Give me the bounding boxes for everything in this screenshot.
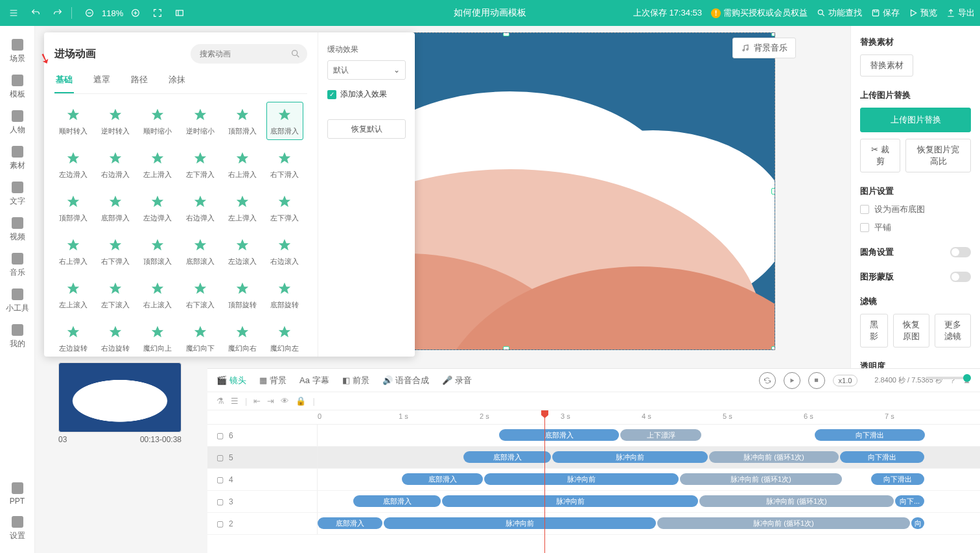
tile-checkbox[interactable]: 平铺 xyxy=(860,222,971,233)
anim-左上滑入[interactable]: 左上滑入 xyxy=(139,145,176,183)
clip[interactable]: 脉冲向前 xyxy=(552,451,708,463)
timeline-tab-背景[interactable]: ▦背景 xyxy=(259,375,286,386)
timeline-tab-镜头[interactable]: 🎬镜头 xyxy=(216,375,246,386)
export-button[interactable]: 导出 xyxy=(946,7,975,19)
clip[interactable]: 底部滑入 xyxy=(353,495,441,507)
anim-左边滚入[interactable]: 左边滚入 xyxy=(224,232,261,270)
playhead[interactable] xyxy=(544,410,545,553)
replace-asset-button[interactable]: 替换素材 xyxy=(860,54,913,76)
upload-image-button[interactable]: 上传图片替换 xyxy=(860,108,971,132)
anim-顺时转入[interactable]: 顺时转入 xyxy=(54,102,91,140)
leftrail-人物[interactable]: 人物 xyxy=(0,105,35,141)
bw-filter-button[interactable]: 黑影 xyxy=(860,314,888,347)
menu-button[interactable] xyxy=(5,5,22,21)
restore-ratio-button[interactable]: 恢复图片宽高比 xyxy=(905,139,971,172)
anim-顶部滑入[interactable]: 顶部滑入 xyxy=(224,102,261,140)
feature-find-button[interactable]: 功能查找 xyxy=(817,7,862,19)
leftrail-素材[interactable]: 素材 xyxy=(0,141,35,176)
undo-button[interactable] xyxy=(27,5,44,21)
anim-左边旋转[interactable]: 左边旋转 xyxy=(54,319,91,351)
speed-selector[interactable]: x1.0 xyxy=(833,375,858,386)
easing-select[interactable]: 默认⌄ xyxy=(327,60,406,80)
anim-左边弹入[interactable]: 左边弹入 xyxy=(139,189,176,227)
clip[interactable]: 底部滑入 xyxy=(499,429,619,441)
mask-toggle[interactable] xyxy=(950,272,971,282)
lock-icon[interactable]: 🔒 xyxy=(296,396,306,406)
anim-底部旋转[interactable]: 底部旋转 xyxy=(266,276,303,314)
list-icon[interactable]: ☰ xyxy=(231,396,239,406)
leftrail-小工具[interactable]: 小工具 xyxy=(0,283,35,319)
clip[interactable]: 脉冲向前 xyxy=(384,517,656,529)
animation-search[interactable] xyxy=(191,44,307,64)
track-4[interactable]: ▢4底部滑入脉冲向前脉冲向前 (循环1次)向下滑出 xyxy=(207,469,980,491)
scene-thumbnail[interactable]: 03 00:13-00:38 xyxy=(58,362,181,444)
timeline-tab-前景[interactable]: ◧前景 xyxy=(342,375,369,386)
leftrail-模板[interactable]: 模板 xyxy=(0,69,35,105)
crop-button[interactable]: ✂裁剪 xyxy=(860,139,900,172)
clip[interactable]: 底部滑入 xyxy=(463,451,551,463)
anim-逆时缩小[interactable]: 逆时缩小 xyxy=(181,102,218,140)
anim-右边滑入[interactable]: 右边滑入 xyxy=(97,145,134,183)
clip[interactable]: 向下滑出 xyxy=(815,429,925,441)
anim-魔幻向下[interactable]: 魔幻向下 xyxy=(181,319,218,351)
clip-area[interactable]: 底部滑入上下漂浮向下滑出 xyxy=(318,425,980,446)
anim-右下弹入[interactable]: 右下弹入 xyxy=(97,232,134,270)
track-5[interactable]: ▢5底部滑入脉冲向前脉冲向前 (循环1次)向下滑出 xyxy=(207,447,980,469)
anim-右上弹入[interactable]: 右上弹入 xyxy=(54,232,91,270)
anim-左下弹入[interactable]: 左下弹入 xyxy=(266,189,303,227)
clip[interactable]: 底部滑入 xyxy=(402,473,483,485)
timeline-ruler[interactable]: 01 s2 s3 s4 s5 s6 s7 s xyxy=(207,410,980,425)
license-warning[interactable]: !需购买授权或会员权益 xyxy=(711,7,808,19)
restore-orig-button[interactable]: 恢复原图 xyxy=(893,314,929,347)
popup-tab-路径[interactable]: 路径 xyxy=(130,70,149,93)
clip[interactable]: 向下... xyxy=(895,495,924,507)
anim-右边旋转[interactable]: 右边旋转 xyxy=(97,319,134,351)
clip[interactable]: 脉冲向前 (循环1次) xyxy=(680,473,842,485)
anim-右边滚入[interactable]: 右边滚入 xyxy=(266,232,303,270)
anim-左上弹入[interactable]: 左上弹入 xyxy=(224,189,261,227)
fit-screen-button[interactable] xyxy=(149,5,166,21)
anim-左边滑入[interactable]: 左边滑入 xyxy=(54,145,91,183)
set-as-bg-checkbox[interactable]: 设为画布底图 xyxy=(860,204,971,215)
timeline-tab-语音合成[interactable]: 🔊语音合成 xyxy=(382,375,429,386)
clip[interactable]: 脉冲向前 (循环1次) xyxy=(699,495,894,507)
leftrail-文字[interactable]: 文字 xyxy=(0,176,35,212)
popup-tab-基础[interactable]: 基础 xyxy=(54,70,74,93)
anim-魔幻向右[interactable]: 魔幻向右 xyxy=(224,319,261,351)
anim-顺时缩小[interactable]: 顺时缩小 xyxy=(139,102,176,140)
anim-右上滑入[interactable]: 右上滑入 xyxy=(224,145,261,183)
track-2[interactable]: ▢2底部滑入脉冲向前脉冲向前 (循环1次)向 xyxy=(207,513,980,535)
leftrail-PPT[interactable]: PPT xyxy=(0,477,35,511)
align-right-icon[interactable]: ⇥ xyxy=(267,396,274,406)
anim-底部滚入[interactable]: 底部滚入 xyxy=(181,232,218,270)
zoom-slider[interactable] xyxy=(926,377,971,379)
leftrail-设置[interactable]: 设置 xyxy=(0,511,35,547)
leftrail-我的[interactable]: 我的 xyxy=(0,319,35,355)
anim-左上滚入[interactable]: 左上滚入 xyxy=(54,276,91,314)
aspect-button[interactable] xyxy=(171,5,188,21)
redo-button[interactable] xyxy=(49,5,66,21)
zoom-out-button[interactable] xyxy=(81,5,98,21)
timeline-tab-录音[interactable]: 🎤录音 xyxy=(442,375,472,386)
leftrail-视频[interactable]: 视频 xyxy=(0,212,35,248)
anim-魔幻向上[interactable]: 魔幻向上 xyxy=(139,319,176,351)
leftrail-音乐[interactable]: 音乐 xyxy=(0,248,35,283)
track-3[interactable]: ▢3底部滑入脉冲向前脉冲向前 (循环1次)向下... xyxy=(207,491,980,513)
stop-button[interactable] xyxy=(808,372,825,389)
add-fadein-checkbox[interactable]: ✓添加淡入效果 xyxy=(327,89,406,100)
popup-tab-遮罩[interactable]: 遮罩 xyxy=(92,70,111,93)
anim-底部滑入[interactable]: 底部滑入 xyxy=(266,102,303,140)
clip[interactable]: 向 xyxy=(911,517,924,529)
play-button[interactable] xyxy=(784,372,800,389)
reset-default-button[interactable]: 恢复默认 xyxy=(327,119,406,139)
clip-area[interactable]: 底部滑入脉冲向前脉冲向前 (循环1次)向 xyxy=(318,513,980,534)
anim-右下滑入[interactable]: 右下滑入 xyxy=(266,145,303,183)
zoom-in-button[interactable] xyxy=(127,5,144,21)
save-button[interactable]: 保存 xyxy=(871,7,900,19)
corner-toggle[interactable] xyxy=(950,247,971,257)
visibility-icon[interactable]: 👁 xyxy=(281,396,289,406)
clip-area[interactable]: 底部滑入脉冲向前脉冲向前 (循环1次)向下滑出 xyxy=(318,469,980,490)
anim-右上滚入[interactable]: 右上滚入 xyxy=(139,276,176,314)
clip-area[interactable]: 底部滑入脉冲向前脉冲向前 (循环1次)向下... xyxy=(318,491,980,512)
more-filter-button[interactable]: 更多滤镜 xyxy=(935,314,971,347)
